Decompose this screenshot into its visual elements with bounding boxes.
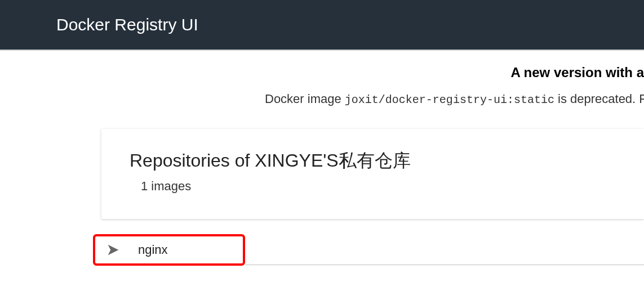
repositories-title: Repositories of XINGYE'S私有仓库 [130,149,616,173]
repositories-count: 1 images [141,179,616,194]
chevron-right-icon [105,242,121,258]
highlight-annotation: nginx [93,234,245,266]
notice-headline: A new version with a [0,65,644,80]
row-divider [245,235,644,265]
notice-code: joxit/docker-registry-ui:static [345,93,554,106]
app-header: Docker Registry UI [0,0,644,51]
app-title: Docker Registry UI [56,15,198,34]
notice-banner: A new version with a Docker image joxit/… [0,65,644,106]
repositories-card: Repositories of XINGYE'S私有仓库 1 images [101,129,644,219]
repository-name: nginx [138,243,168,257]
notice-text-post: is deprecated. Plea [554,92,644,106]
notice-text-pre: Docker image [265,92,345,106]
notice-text: Docker image joxit/docker-registry-ui:st… [0,92,644,106]
repository-row[interactable]: nginx [93,233,644,267]
